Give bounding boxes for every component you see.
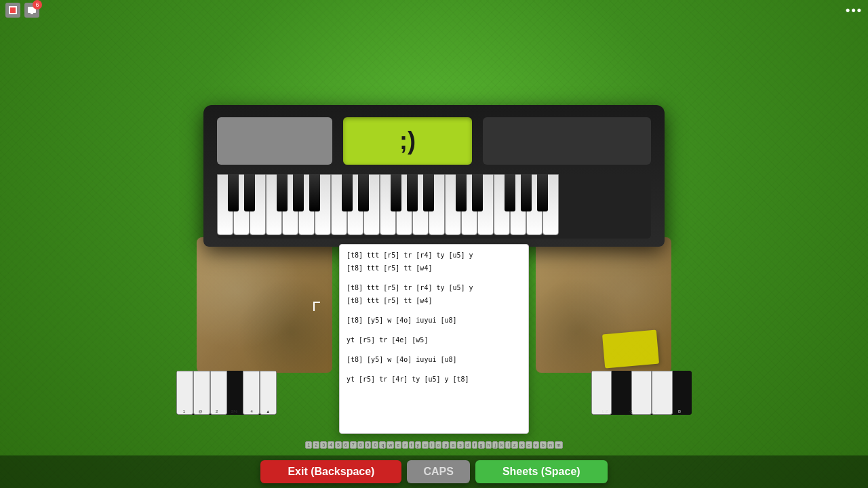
sheets-button[interactable]: Sheets (Space) [475,460,608,483]
stand-right [536,237,671,373]
piano-key-cs2[interactable] [342,174,353,211]
key-label-z: z [511,441,518,449]
mini-key-black-r2[interactable] [673,371,692,415]
key-label-a: a [450,441,456,449]
key-label-m: m [555,441,563,449]
key-label-4: 4 [328,441,334,449]
piano-key-cs3[interactable] [456,174,467,211]
key-label-y: y [415,441,422,449]
key-label-s: s [457,441,464,449]
key-label-5: 5 [335,441,342,449]
piano-key-fs[interactable] [277,174,288,211]
mini-key-black-1[interactable] [227,371,243,415]
bottom-button-bar: Exit (Backspace) CAPS Sheets (Space) [0,455,868,488]
key-label-0: 0 [372,441,378,449]
key-label-9: 9 [365,441,372,449]
key-label-v: v [533,441,540,449]
piano-key-cs[interactable] [228,174,239,211]
piano-key-as2[interactable] [423,174,434,211]
sheet-line-2: [t8] ttt [r5] tt [w4] [347,263,521,273]
key-label-n: n [547,441,554,449]
key-labels-row: 1 2 3 4 5 6 7 8 9 0 q w e r t y u i o p … [176,441,692,449]
exit-button[interactable]: Exit (Backspace) [260,460,401,483]
svg-marker-1 [10,7,16,13]
mini-key-5[interactable] [260,371,277,415]
key-label-j: j [492,441,498,449]
key-label-i: i [429,441,435,449]
piano-key-ds[interactable] [244,174,255,211]
key-label-r: r [402,441,408,449]
key-label-f: f [472,441,477,449]
mini-key-r2[interactable] [631,371,652,415]
mini-key-3[interactable] [210,371,227,415]
roblox-icon [5,3,20,18]
stand-left [197,237,332,373]
key-label-x: x [519,441,526,449]
right-panel [483,117,651,165]
more-icon[interactable]: ••• [846,3,863,18]
piano-key-gs[interactable] [293,174,304,211]
sheet-line-7: [t8] [y5] w [4o] iuyui [u8] [347,354,521,365]
key-label-c: c [526,441,532,449]
mini-key-r3[interactable] [652,371,672,415]
mini-key-2[interactable] [193,371,210,415]
key-label-w: w [387,441,394,449]
piano-key-as3[interactable] [537,174,548,211]
top-panel: ;) [217,117,651,165]
key-label-l: l [505,441,511,449]
sheet-line-4: [t8] ttt [r5] tt [w4] [347,296,521,306]
key-label-p: p [442,441,449,449]
top-left-icons: 6 [5,3,39,18]
piano-key-ds2[interactable] [358,174,369,211]
key-label-7: 7 [350,441,357,449]
key-label-q: q [379,441,386,449]
sheet-line-3: [t8] ttt [r5] tr [r4] ty [u5] y [347,283,521,293]
key-label-e: e [395,441,401,449]
piano-key-ds3[interactable] [472,174,483,211]
piano-key-gs3[interactable] [521,174,532,211]
notification-icon[interactable]: 6 [24,3,39,18]
piano-key-fs2[interactable] [391,174,401,211]
key-label-6: 6 [342,441,349,449]
mini-key-r1[interactable] [591,371,612,415]
cursor-pointer [313,302,320,311]
display-text: ;) [399,127,416,155]
key-label-2: 2 [313,441,319,449]
mini-key-1[interactable] [176,371,193,415]
key-label-3: 3 [320,441,327,449]
key-label-k: k [498,441,505,449]
svg-rect-3 [31,13,33,14]
key-label-h: h [486,441,492,449]
key-label-u: u [422,441,429,449]
piano-key-as[interactable] [309,174,320,211]
yellow-note [602,330,659,369]
piano-keys [217,174,651,239]
sheet-line-1: [t8] ttt [r5] tr [r4] ty [u5] y [347,250,521,260]
sheet-line-6: yt [r5] tr [4e] [w5] [347,335,521,345]
key-label-g: g [478,441,485,449]
piano-key-fs3[interactable] [505,174,515,211]
left-panel [217,117,332,165]
key-label-o: o [435,441,442,449]
mini-key-black-r1[interactable] [612,371,631,415]
key-label-1: 1 [305,441,312,449]
top-bar: 6 ••• [0,0,868,20]
key-label-d: d [465,441,471,449]
mini-piano-right: L Z C V B [591,371,692,415]
piano-key-gs2[interactable] [407,174,418,211]
key-label-8: 8 [357,441,364,449]
caps-button[interactable]: CAPS [407,460,469,483]
sheet-line-5: [t8] [y5] w [4o] iuyui [u8] [347,315,521,325]
display-screen: ;) [343,117,472,165]
keyboard-body: ;) [203,105,665,247]
keyboard-instrument: ;) [203,105,665,247]
key-label-b: b [540,441,547,449]
key-label-t: t [409,441,414,449]
mini-piano-left: 1 @ 2 S% 4 ▲ [176,371,277,415]
notification-badge: 6 [33,0,42,9]
mini-key-4[interactable] [243,371,260,415]
mini-keyboards-row: 1 @ 2 S% 4 ▲ L Z C V B [176,371,692,415]
